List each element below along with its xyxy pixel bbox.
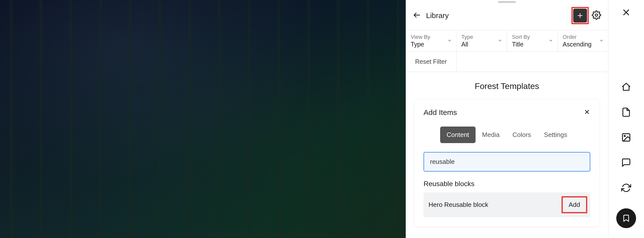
page-icon [621,107,631,117]
result-row: Hero Reusable block Add [424,192,590,217]
rail-pages[interactable] [621,107,631,118]
filter-value: All [462,41,502,48]
library-panel: Library View By Type Type All Sort By Ti… [406,0,608,238]
tab-settings[interactable]: Settings [538,126,574,143]
chevron-down-icon [549,38,553,44]
add-button-highlight [572,7,589,24]
filter-view-by[interactable]: View By Type [406,30,456,51]
reset-row: Reset Filter [406,52,608,72]
add-result-highlight: Add [562,196,587,213]
filter-value: Ascending [563,41,604,48]
chevron-down-icon [599,38,604,44]
filter-value: Title [512,41,552,48]
library-fab[interactable] [616,208,636,228]
result-name: Hero Reusable block [428,201,488,209]
rail-sync[interactable] [621,183,631,194]
comment-icon [621,158,631,168]
gear-icon [592,10,601,20]
svg-point-3 [595,14,598,16]
filter-label: View By [411,34,451,40]
rail-comments[interactable] [621,158,631,169]
results-group-title: Reusable blocks [424,180,590,188]
reset-filter-button[interactable]: Reset Filter [406,52,456,72]
chevron-down-icon [447,38,452,44]
canvas-preview [0,0,406,238]
filter-label: Order [563,34,604,40]
tab-colors[interactable]: Colors [506,126,538,143]
filter-label: Sort By [512,34,552,40]
plus-icon [576,12,584,19]
add-items-title: Add Items [424,108,457,117]
bookmark-icon [622,214,630,223]
filter-label: Type [462,34,502,40]
close-add-items-button[interactable] [584,109,590,116]
home-icon [621,82,631,92]
filter-order[interactable]: Order Ascending [558,30,608,51]
rail-media[interactable] [621,132,631,143]
filter-value: Type [411,41,451,48]
drag-handle[interactable] [498,1,516,3]
panel-header: Library [406,0,608,30]
search-input[interactable] [424,152,590,172]
filter-bar: View By Type Type All Sort By Title Orde… [406,30,608,52]
close-icon [584,109,590,115]
add-items-tabs: Content Media Colors Settings [424,126,590,143]
add-result-button[interactable]: Add [563,198,586,212]
panel-title: Library [426,11,449,20]
add-button[interactable] [573,9,587,22]
chevron-down-icon [498,38,502,44]
filter-type[interactable]: Type All [456,30,507,51]
add-items-card: Add Items Content Media Colors Settings … [415,99,599,226]
close-icon [621,7,631,17]
back-button[interactable] [413,11,421,20]
tab-media[interactable]: Media [476,126,506,143]
filter-sort-by[interactable]: Sort By Title [507,30,558,51]
back-arrow-icon [413,11,421,19]
settings-button[interactable] [592,10,601,21]
image-icon [621,132,631,142]
sync-icon [621,183,631,193]
section-title: Forest Templates [406,72,608,97]
tab-content[interactable]: Content [440,126,476,143]
rail-home[interactable] [621,82,631,93]
svg-point-9 [624,135,626,137]
right-rail [608,0,644,238]
close-panel-button[interactable] [621,7,631,18]
